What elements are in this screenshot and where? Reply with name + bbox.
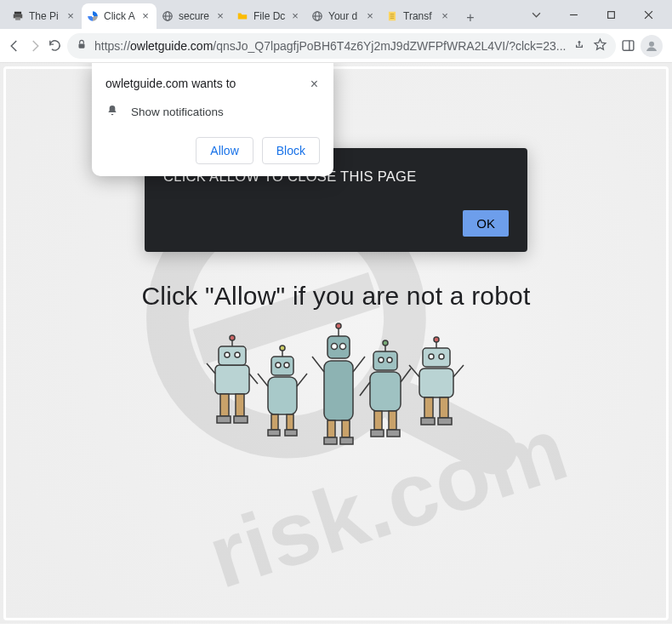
chevron-down-icon[interactable] <box>517 2 555 27</box>
close-icon[interactable]: × <box>309 77 320 92</box>
svg-rect-36 <box>220 394 229 416</box>
svg-point-81 <box>434 337 439 342</box>
svg-rect-65 <box>373 351 397 370</box>
svg-line-35 <box>249 374 258 384</box>
svg-line-46 <box>258 374 268 386</box>
tab-1-active[interactable]: Click A × <box>82 3 157 29</box>
close-window-button[interactable] <box>629 2 667 27</box>
svg-line-59 <box>353 357 365 372</box>
svg-line-47 <box>297 374 307 386</box>
tab-0[interactable]: The Pi × <box>7 3 82 29</box>
robots-illustration <box>0 314 672 467</box>
side-panel-icon[interactable] <box>621 33 635 59</box>
close-icon[interactable]: × <box>214 10 226 22</box>
url-text: https://owletguide.com/qnsJo_Q7lpagfjPoB… <box>94 39 566 53</box>
globe-icon <box>311 10 323 22</box>
tab-strip: The Pi × Click A × secure × File Dc × <box>0 0 517 29</box>
svg-point-33 <box>230 335 235 340</box>
svg-rect-86 <box>421 418 435 425</box>
svg-point-69 <box>383 340 388 346</box>
close-icon[interactable]: × <box>289 10 301 22</box>
url-path: /qnsJo_Q7lpagfjPoBH6T4z6Yj2mJ9dZWFPfWRA2… <box>213 39 566 53</box>
folder-icon <box>236 10 248 22</box>
close-icon[interactable]: × <box>65 10 77 22</box>
ok-button[interactable]: OK <box>463 210 509 237</box>
svg-rect-39 <box>234 416 248 423</box>
new-tab-button[interactable]: + <box>459 7 481 29</box>
svg-point-45 <box>280 346 285 351</box>
recaptcha-icon <box>87 10 99 22</box>
svg-line-83 <box>453 365 464 377</box>
maximize-button[interactable] <box>592 2 629 27</box>
printer-icon <box>12 10 24 22</box>
svg-rect-76 <box>419 368 453 397</box>
svg-rect-85 <box>440 397 448 418</box>
svg-rect-40 <box>268 377 297 414</box>
svg-rect-48 <box>271 414 278 430</box>
svg-rect-38 <box>217 416 231 423</box>
svg-point-20 <box>649 41 654 46</box>
back-button[interactable] <box>7 33 22 59</box>
svg-point-57 <box>336 323 341 328</box>
permission-line: Show notifications <box>131 106 224 118</box>
svg-rect-51 <box>285 430 297 436</box>
tab-label: secure <box>179 10 214 22</box>
svg-point-42 <box>276 363 281 368</box>
globe-icon <box>162 10 174 22</box>
tab-2[interactable]: secure × <box>157 3 231 29</box>
svg-rect-62 <box>324 437 337 444</box>
tab-4[interactable]: Your d × <box>306 3 381 29</box>
address-bar[interactable]: https://owletguide.com/qnsJo_Q7lpagfjPoB… <box>67 33 616 59</box>
tab-label: Transf <box>403 10 439 22</box>
close-icon[interactable]: × <box>364 10 376 22</box>
page-headline: Click "Allow" if you are not a robot <box>0 282 672 311</box>
sheet-icon <box>386 10 398 22</box>
window-controls <box>517 0 672 29</box>
minimize-button[interactable] <box>555 2 592 27</box>
svg-rect-64 <box>370 372 401 411</box>
reload-button[interactable] <box>48 33 62 59</box>
svg-rect-14 <box>607 11 614 18</box>
svg-rect-77 <box>423 348 450 367</box>
svg-rect-74 <box>371 430 384 437</box>
svg-rect-49 <box>287 414 293 430</box>
tab-5[interactable]: Transf × <box>381 3 456 29</box>
svg-rect-41 <box>271 357 293 375</box>
svg-rect-73 <box>389 411 396 430</box>
close-icon[interactable]: × <box>439 10 451 22</box>
svg-point-66 <box>379 357 384 363</box>
profile-avatar[interactable] <box>641 33 663 59</box>
forward-button[interactable] <box>27 33 43 59</box>
allow-button[interactable]: Allow <box>196 137 253 164</box>
svg-rect-50 <box>268 430 280 436</box>
browser-toolbar: https://owletguide.com/qnsJo_Q7lpagfjPoB… <box>0 29 672 63</box>
svg-point-78 <box>429 354 434 359</box>
svg-rect-18 <box>624 41 635 50</box>
bell-icon <box>105 104 119 120</box>
svg-rect-28 <box>215 365 249 394</box>
star-icon[interactable] <box>593 37 607 54</box>
svg-rect-61 <box>342 420 350 437</box>
svg-rect-37 <box>236 394 244 416</box>
avatar-icon <box>641 35 663 57</box>
svg-point-55 <box>340 344 346 350</box>
svg-line-71 <box>401 368 411 382</box>
block-button[interactable]: Block <box>262 137 320 164</box>
url-protocol: https:// <box>94 39 130 53</box>
svg-rect-84 <box>424 397 433 418</box>
lock-icon <box>76 38 88 53</box>
url-host: owletguide.com <box>130 39 213 53</box>
svg-rect-72 <box>374 411 382 430</box>
svg-line-70 <box>360 382 370 396</box>
menu-button[interactable] <box>668 33 672 59</box>
svg-rect-17 <box>79 43 85 48</box>
tab-label: The Pi <box>29 10 65 22</box>
svg-rect-75 <box>387 430 400 437</box>
svg-rect-87 <box>438 418 452 425</box>
close-icon[interactable]: × <box>140 10 151 22</box>
svg-point-30 <box>225 352 230 357</box>
tab-3[interactable]: File Dc × <box>231 3 306 29</box>
svg-point-31 <box>235 352 240 357</box>
share-icon[interactable] <box>572 37 586 54</box>
svg-line-58 <box>312 357 324 372</box>
